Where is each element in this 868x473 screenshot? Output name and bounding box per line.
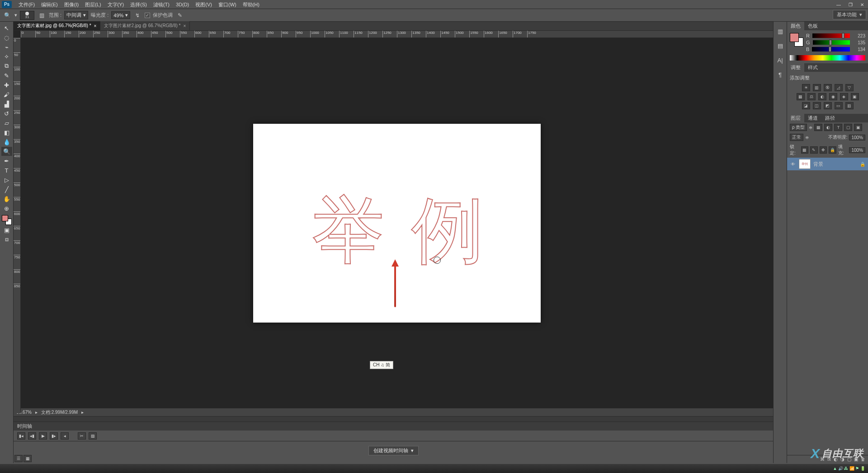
menu-window[interactable]: 窗口(W) [215,0,240,9]
chevron-icon[interactable]: ▸ [81,410,84,415]
lock-pixels-icon[interactable]: ✎ [810,146,818,154]
play-button[interactable]: ▶ [39,432,47,440]
magic-wand-tool[interactable]: ✧ [1,52,12,61]
character-panel-icon[interactable]: A| [776,56,784,64]
properties-panel-icon[interactable]: ▤ [776,42,784,50]
threshold-icon[interactable]: ◩ [824,102,832,109]
goto-first-frame-button[interactable]: ▮◂ [17,432,25,440]
blur-tool[interactable]: 💧 [1,137,12,146]
menu-view[interactable]: 视图(V) [192,0,215,9]
bw-icon[interactable]: ◐ [818,93,826,100]
hand-tool[interactable]: ✋ [1,194,12,203]
filter-type-icon[interactable]: T [834,124,842,131]
document-tab[interactable]: 文字图片素材.jpg @ 66.7%(RGB/8) *× [14,21,100,30]
pen-tool[interactable]: ✒ [1,156,12,165]
exposure-input[interactable]: 49%▾ [111,11,130,19]
marquee-tool[interactable]: ◌ [1,33,12,42]
visibility-icon[interactable]: 👁 [790,161,796,167]
cut-button[interactable]: ✂ [78,432,86,440]
r-slider[interactable] [812,33,850,38]
zoom-tool[interactable]: ⊕ [1,204,12,213]
protect-tones-checkbox[interactable]: ✓ [145,13,150,18]
next-frame-button[interactable]: ▮▸ [50,432,58,440]
screenmode-toggle[interactable]: ⧈ [1,235,12,244]
invert-icon[interactable]: ◪ [802,102,810,109]
quickmask-toggle[interactable]: ▣ [1,225,12,234]
crop-tool[interactable]: ⧉ [1,61,12,70]
filter-type-dropdown[interactable]: ρ 类型 [790,124,807,131]
brightness-icon[interactable]: ☀ [802,84,810,91]
vibrance-icon[interactable]: ▽ [845,84,854,91]
swatches-tab[interactable]: 色板 [804,22,821,30]
filter-smart-icon[interactable]: ▣ [854,124,862,131]
range-dropdown[interactable]: 中间调▾ [64,11,88,19]
path-selection-tool[interactable]: ▷ [1,175,12,184]
hue-icon[interactable]: ▦ [797,93,805,100]
adjustments-tab[interactable]: 调整 [787,63,804,72]
r-value[interactable]: 223 [853,33,865,38]
menu-help[interactable]: 帮助(H) [240,0,263,9]
channelmixer-icon[interactable]: ◈ [840,93,848,100]
close-icon[interactable]: × [94,23,97,28]
selective-icon[interactable]: ▥ [845,102,854,109]
system-tray[interactable]: ▲ 🔊 🖧 📶 ⚑ 🔋 [833,466,865,471]
hue-strip[interactable] [790,55,865,61]
timeline-mode-button[interactable]: ☰ [14,455,23,462]
color-swatch-pair[interactable] [790,33,803,47]
close-button[interactable]: ✕ [856,0,868,9]
prev-frame-button[interactable]: ◂▮ [28,432,36,440]
eyedropper-tool[interactable]: ✎ [1,71,12,80]
channels-tab[interactable]: 通道 [804,114,821,122]
fill-input[interactable]: 100% [849,147,865,153]
menu-layer[interactable]: 图层(L) [82,0,104,9]
layer-name[interactable]: 背景 [813,161,823,168]
g-slider[interactable] [813,40,850,45]
close-icon[interactable]: × [183,23,186,28]
create-video-timeline-button[interactable]: 创建视频时间轴▾ [368,446,419,455]
goto-last-frame-button[interactable]: ◂ [61,432,69,440]
levels-icon[interactable]: ▥ [813,84,821,91]
colorbalance-icon[interactable]: ⚖ [807,93,816,100]
menu-edit[interactable]: 编辑(E) [38,0,61,9]
g-value[interactable]: 135 [853,40,865,45]
menu-type[interactable]: 文字(Y) [104,0,127,9]
exposure-icon[interactable]: ◿ [835,84,843,91]
b-slider[interactable] [812,47,850,52]
blend-mode-dropdown[interactable]: 正常 [790,134,803,141]
healing-brush-tool[interactable]: ✚ [1,80,12,89]
line-tool[interactable]: ╱ [1,185,12,194]
paragraph-panel-icon[interactable]: ¶ [776,70,784,79]
canvas-viewport[interactable]: 举 例 [21,38,773,408]
maximize-button[interactable]: ❐ [844,0,856,9]
type-tool[interactable]: T [1,166,12,175]
layer-row[interactable]: 👁 举例 背景 🔒 [787,158,868,170]
menu-image[interactable]: 图像(I) [61,0,82,9]
filter-pixel-icon[interactable]: ▩ [814,124,822,131]
transition-button[interactable]: ▧ [89,432,97,440]
horizontal-scrollbar[interactable] [14,416,773,421]
frame-mode-button[interactable]: ▦ [24,455,32,462]
menu-3d[interactable]: 3D(D) [173,0,192,9]
dropdown-caret-icon[interactable]: ▾ [14,12,17,18]
tablet-pressure-icon[interactable]: ✎ [175,11,184,20]
eraser-tool[interactable]: ▱ [1,118,12,127]
document-tab[interactable]: 文字图片素材2.jpg @ 66.7%(RGB/8) *× [100,21,190,30]
filter-adjust-icon[interactable]: ◐ [824,124,832,131]
workspace-switcher[interactable]: 基本功能▾ [833,10,866,19]
curves-icon[interactable]: ⦿ [824,84,832,91]
color-swatches[interactable] [2,215,12,225]
lock-transparency-icon[interactable]: ▦ [801,146,809,154]
brush-panel-toggle-icon[interactable]: ▥ [37,11,46,20]
colorlookup-icon[interactable]: ▣ [851,93,859,100]
gradientmap-icon[interactable]: ▭ [835,102,843,109]
color-tab[interactable]: 颜色 [787,22,804,30]
move-tool[interactable]: ↖ [1,23,12,33]
brush-preset-picker[interactable]: 31 [20,11,34,20]
history-panel-icon[interactable]: ▥ [776,27,784,35]
lock-all-icon[interactable]: 🔒 [829,146,836,154]
history-brush-tool[interactable]: ↺ [1,109,12,118]
filter-shape-icon[interactable]: ▢ [844,124,852,131]
minimize-button[interactable]: — [833,0,844,9]
layers-tab[interactable]: 图层 [787,114,804,122]
paths-tab[interactable]: 路径 [821,114,839,122]
